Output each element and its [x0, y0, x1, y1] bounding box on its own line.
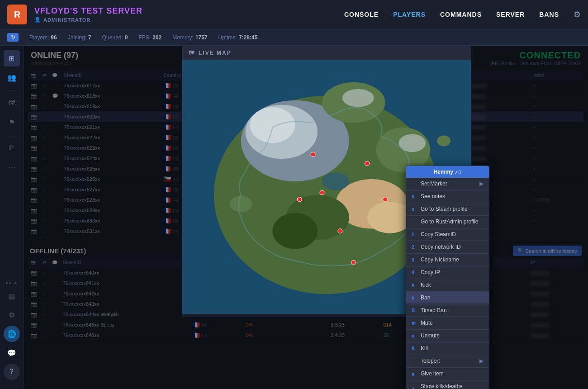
map-icon: 🗺	[189, 50, 195, 56]
context-menu-item[interactable]: s Go to Steam profile	[406, 203, 489, 215]
map-modal-header: 🗺 LIVE MAP	[182, 46, 471, 60]
item-key: B	[412, 308, 417, 313]
item-key: n	[412, 194, 417, 199]
context-menu-item[interactable]: Teleport ▶	[406, 355, 489, 367]
svg-point-4	[250, 107, 295, 143]
main-layout: ⊞ 👥 🗺 ⚑ ⧉ ⋯ BETA ▦ ⚙ 🌐 💬 ? ONLINE (97) r…	[0, 46, 588, 389]
fps-count: FPS: 202	[139, 34, 162, 41]
item-key: 4	[412, 270, 417, 275]
item-label: Set Marker	[421, 180, 447, 187]
context-menu-item[interactable]: u Unmute	[406, 330, 489, 342]
context-menu-item[interactable]: d Show kills/deaths statistics	[406, 380, 489, 389]
item-key: 1	[412, 232, 417, 237]
svg-point-21	[383, 197, 388, 202]
item-label: Copy SteamID	[421, 231, 456, 237]
nav-players[interactable]: PLAYERS	[393, 11, 426, 18]
item-label: Ban	[421, 294, 430, 301]
item-label: Kill	[421, 345, 428, 351]
item-label: Go to RustAdmin profile	[421, 218, 478, 225]
sidebar-item-globe[interactable]: 🌐	[4, 326, 20, 342]
context-menu-item[interactable]: b Ban	[406, 292, 489, 304]
svg-point-6	[342, 89, 374, 107]
sidebar-item-settings[interactable]: ⚙	[4, 307, 20, 323]
sidebar-item-dashboard[interactable]: ▦	[4, 288, 20, 304]
sidebar-divider-2	[5, 135, 19, 135]
sidebar: ⊞ 👥 🗺 ⚑ ⧉ ⋯ BETA ▦ ⚙ 🌐 💬 ?	[0, 46, 24, 389]
nav-links: CONSOLE PLAYERS COMMANDS SERVER BANS ⚙	[344, 9, 581, 19]
context-menu-item[interactable]: 3 Copy Nickname	[406, 254, 489, 266]
top-navigation: R VFLOYD'S TEST SERVER 👤 ADMINISTRATOR C…	[0, 0, 588, 29]
role-badge: 👤 ADMINISTRATOR	[34, 17, 142, 23]
svg-point-12	[272, 213, 318, 249]
nav-console[interactable]: CONSOLE	[344, 11, 379, 18]
beta-label: BETA	[6, 281, 17, 285]
server-title: VFLOYD'S TEST SERVER	[34, 6, 142, 16]
item-key: g	[412, 371, 417, 376]
context-menu-item[interactable]: Go to RustAdmin profile	[406, 216, 489, 228]
item-label: Copy IP	[421, 269, 440, 275]
context-menu-item[interactable]: Set Marker ▶	[406, 178, 489, 190]
context-menu-item[interactable]: n See notes	[406, 190, 489, 203]
item-label: Show kills/deaths statistics	[421, 383, 484, 389]
sidebar-divider-1	[5, 90, 19, 90]
sidebar-bottom: BETA ▦ ⚙ 🌐 💬 ?	[4, 281, 20, 384]
context-menu-item[interactable]: B Timed Ban	[406, 304, 489, 317]
sidebar-item-map[interactable]: 🗺	[4, 95, 20, 111]
item-label: Give item	[421, 370, 444, 377]
nav-bans[interactable]: BANS	[539, 11, 559, 18]
item-label: Unmute	[421, 332, 440, 339]
players-count: Players: 96	[29, 34, 57, 41]
item-label: Mute	[421, 320, 433, 326]
status-bar: ↻ Players: 96 Joining: 7 Queued: 0 FPS: …	[0, 29, 588, 46]
sidebar-item-flag[interactable]: ⚑	[4, 114, 20, 130]
submenu-arrow: ▶	[479, 180, 484, 187]
joining-count: Joining: 7	[68, 34, 91, 41]
context-menu-item[interactable]: m Mute	[406, 317, 489, 329]
svg-point-14	[230, 196, 252, 212]
item-key: d	[412, 387, 417, 389]
item-key: s	[412, 207, 417, 212]
item-label: Timed Ban	[421, 307, 447, 313]
svg-point-19	[338, 229, 342, 233]
refresh-button[interactable]: ↻	[7, 33, 19, 42]
svg-point-13	[322, 172, 349, 190]
context-menu-item[interactable]: g Give item	[406, 368, 489, 380]
sidebar-item-nodes[interactable]: ⋯	[4, 159, 20, 175]
item-key: u	[412, 333, 417, 338]
svg-point-18	[365, 161, 370, 166]
item-label: Go to Steam profile	[421, 206, 467, 212]
context-menu: Hemmy ♪♫ Set Marker ▶ n See notes s Go t…	[406, 166, 489, 389]
item-label: Teleport	[421, 358, 440, 364]
memory-count: Memory: 1757	[172, 34, 207, 41]
item-key: 2	[412, 245, 417, 250]
context-menu-item[interactable]: k Kick	[406, 279, 489, 291]
item-key: k	[412, 283, 417, 288]
sidebar-item-layers[interactable]: ⧉	[4, 140, 20, 156]
item-key: K	[412, 346, 417, 351]
role-icon: 👤	[34, 17, 41, 23]
item-label: Kick	[421, 282, 431, 288]
queued-count: Queued: 0	[102, 34, 128, 41]
map-overlay[interactable]: 🗺 LIVE MAP	[24, 46, 588, 389]
item-label: Copy network ID	[421, 244, 461, 250]
item-label: Copy Nickname	[421, 256, 459, 263]
context-menu-header: Hemmy ♪♫	[406, 166, 489, 178]
uptime-count: Uptime: 7:28:45	[218, 34, 258, 41]
app-logo: R	[7, 5, 27, 24]
sidebar-item-discord[interactable]: 💬	[4, 345, 20, 361]
settings-icon[interactable]: ⚙	[574, 9, 581, 19]
sidebar-item-users[interactable]: 👥	[4, 69, 20, 85]
submenu-arrow: ▶	[479, 358, 484, 364]
item-key: 3	[412, 257, 417, 262]
svg-point-24	[311, 152, 315, 157]
nav-commands[interactable]: COMMANDS	[440, 11, 482, 18]
nav-server[interactable]: SERVER	[496, 11, 525, 18]
sidebar-item-home[interactable]: ⊞	[4, 50, 20, 66]
context-menu-item[interactable]: 2 Copy network ID	[406, 241, 489, 253]
context-menu-item[interactable]: K Kill	[406, 342, 489, 355]
item-key: m	[412, 321, 417, 326]
svg-point-17	[320, 190, 324, 195]
sidebar-item-help[interactable]: ?	[4, 364, 20, 380]
context-menu-item[interactable]: 4 Copy IP	[406, 266, 489, 279]
context-menu-item[interactable]: 1 Copy SteamID	[406, 228, 489, 241]
